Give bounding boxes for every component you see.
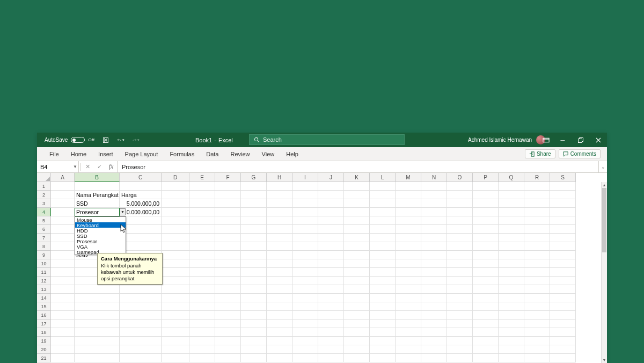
cell[interactable] — [421, 311, 447, 320]
cell[interactable] — [499, 354, 524, 362]
row-header[interactable]: 3 — [37, 199, 51, 208]
cell[interactable] — [267, 242, 292, 251]
cell[interactable] — [370, 294, 396, 302]
cell[interactable] — [215, 337, 241, 345]
cell[interactable] — [215, 182, 241, 191]
cell[interactable] — [241, 294, 267, 302]
cell[interactable] — [473, 345, 499, 354]
cell[interactable] — [292, 242, 318, 251]
cell[interactable] — [344, 208, 370, 216]
cell[interactable] — [550, 225, 576, 234]
column-header[interactable]: D — [162, 173, 189, 182]
autosave-toggle[interactable]: AutoSave Off — [45, 137, 94, 143]
cell[interactable]: 5.000.000,00 — [120, 199, 162, 208]
cell[interactable] — [241, 320, 267, 328]
cell[interactable] — [499, 328, 524, 337]
cell[interactable] — [550, 191, 576, 199]
cell[interactable] — [550, 242, 576, 251]
cell[interactable] — [162, 242, 189, 251]
cell[interactable] — [499, 191, 524, 199]
cell[interactable] — [318, 285, 344, 294]
expand-formula-bar-icon[interactable]: ⌄ — [598, 161, 607, 172]
cell[interactable] — [473, 311, 499, 320]
dropdown-item[interactable]: Prosesor — [75, 238, 126, 244]
cell[interactable] — [524, 277, 550, 285]
cell[interactable] — [396, 337, 421, 345]
cell[interactable] — [421, 208, 447, 216]
cell[interactable] — [215, 225, 241, 234]
cell[interactable] — [370, 354, 396, 362]
cell[interactable] — [241, 208, 267, 216]
cell[interactable] — [267, 191, 292, 199]
cell[interactable] — [447, 328, 473, 337]
cell[interactable] — [550, 302, 576, 311]
cell[interactable] — [344, 216, 370, 225]
cell[interactable] — [241, 354, 267, 362]
cell[interactable] — [189, 208, 215, 216]
cell[interactable] — [344, 234, 370, 242]
cell[interactable] — [344, 277, 370, 285]
cell[interactable] — [447, 294, 473, 302]
cell[interactable] — [344, 251, 370, 259]
row-header[interactable]: 4 — [37, 208, 51, 216]
cell[interactable] — [120, 285, 162, 294]
cell[interactable] — [51, 320, 75, 328]
cell[interactable] — [189, 320, 215, 328]
cell[interactable] — [267, 251, 292, 259]
cell[interactable] — [51, 345, 75, 354]
cell[interactable] — [421, 216, 447, 225]
cell[interactable] — [162, 199, 189, 208]
ribbon-display-icon[interactable] — [538, 133, 554, 147]
cell[interactable] — [189, 268, 215, 277]
cell[interactable] — [499, 259, 524, 268]
cell[interactable] — [473, 182, 499, 191]
row-header[interactable]: 7 — [37, 234, 51, 242]
cell[interactable] — [550, 285, 576, 294]
cell[interactable] — [499, 234, 524, 242]
cell[interactable] — [267, 268, 292, 277]
cell[interactable] — [241, 259, 267, 268]
cell[interactable] — [189, 345, 215, 354]
cell[interactable] — [396, 328, 421, 337]
cell[interactable] — [473, 320, 499, 328]
column-header[interactable]: L — [370, 173, 396, 182]
dropdown-item[interactable]: HDD — [75, 228, 126, 233]
cell[interactable] — [473, 337, 499, 345]
cell[interactable] — [189, 337, 215, 345]
row-header[interactable]: 1 — [37, 182, 51, 191]
cell[interactable] — [524, 199, 550, 208]
cell[interactable] — [318, 208, 344, 216]
cell[interactable] — [344, 268, 370, 277]
cell[interactable] — [51, 199, 75, 208]
cell[interactable] — [396, 225, 421, 234]
cell[interactable] — [396, 285, 421, 294]
cell[interactable] — [473, 259, 499, 268]
cell[interactable] — [396, 216, 421, 225]
cell[interactable] — [267, 354, 292, 362]
cell[interactable] — [267, 225, 292, 234]
cell[interactable] — [162, 216, 189, 225]
cell[interactable] — [318, 242, 344, 251]
cell[interactable] — [318, 311, 344, 320]
cell[interactable] — [51, 208, 75, 216]
cell[interactable] — [292, 302, 318, 311]
cell[interactable] — [421, 345, 447, 354]
dropdown-item[interactable]: SSD — [75, 233, 126, 238]
tab-file[interactable]: File — [43, 147, 65, 161]
cell[interactable] — [473, 225, 499, 234]
maximize-button[interactable] — [572, 133, 589, 147]
column-header[interactable]: S — [550, 173, 576, 182]
cell[interactable] — [499, 320, 524, 328]
cell[interactable] — [162, 311, 189, 320]
column-header[interactable]: I — [292, 173, 318, 182]
cell[interactable] — [421, 234, 447, 242]
cell[interactable] — [292, 199, 318, 208]
cell[interactable] — [499, 242, 524, 251]
cell[interactable] — [499, 251, 524, 259]
cell[interactable] — [267, 277, 292, 285]
column-header[interactable]: M — [396, 173, 421, 182]
cell[interactable] — [550, 199, 576, 208]
cell[interactable] — [215, 354, 241, 362]
row-header[interactable]: 8 — [37, 242, 51, 251]
cell[interactable] — [499, 268, 524, 277]
